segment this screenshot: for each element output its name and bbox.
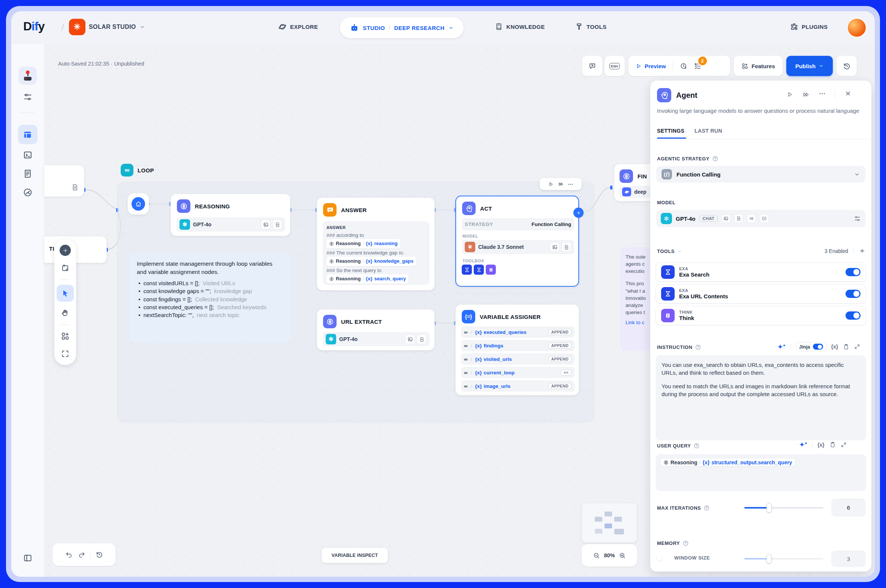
nav-tools[interactable]: TOOLS [575, 22, 606, 31]
instruction-editor[interactable]: You can use exa_search to obtain URLs, e… [655, 355, 866, 440]
note-line: • const executed_queries = []; Searched … [137, 303, 284, 311]
copy-icon[interactable] [829, 441, 836, 448]
more-options-icon[interactable]: ⋯ [568, 181, 574, 187]
variable-pill[interactable]: Reasoning/{x}structured_output.search_qu… [661, 459, 795, 466]
dify-logo[interactable]: Dify [23, 20, 44, 33]
nav-studio[interactable]: STUDIO [363, 25, 385, 31]
assigner-row[interactable]: ∞/{x}current_loop+= [461, 367, 574, 378]
collapse-sidebar-button[interactable] [23, 553, 33, 563]
hand-mode-button[interactable] [59, 307, 72, 319]
pointer-mode-button-active[interactable] [57, 285, 74, 301]
assigner-row[interactable]: ∞/{x}executed_queriesAPPEND [461, 326, 574, 338]
rail-terminal-button[interactable] [22, 150, 33, 160]
panel-run-through-button[interactable] [802, 91, 810, 98]
max-iterations-slider[interactable] [744, 507, 823, 508]
chat-clear-button[interactable] [582, 56, 602, 76]
tool-card-exa-search[interactable]: EXAExa Search [655, 262, 866, 282]
add-note-button[interactable] [59, 262, 72, 274]
zoom-in-icon[interactable] [619, 552, 626, 559]
env-variables-button[interactable]: ENV [604, 56, 625, 76]
assigner-row[interactable]: ∞/{x}image_urlsAPPEND [461, 380, 574, 392]
tab-settings-active[interactable]: SETTINGS [657, 128, 684, 134]
assigner-row[interactable]: ∞/{x}visited_urlsAPPEND [461, 353, 574, 364]
version-history-button[interactable] [837, 56, 857, 76]
expand-icon[interactable] [854, 344, 860, 350]
minimap[interactable] [582, 503, 637, 543]
publish-button[interactable]: Publish [786, 56, 833, 76]
agentic-strategy-select[interactable]: {ƒ} Function Calling [656, 166, 865, 183]
act-model-row[interactable]: ✳ Claude 3.7 Sonnet [462, 240, 574, 254]
variable-pill[interactable]: Reasoning/{x}search_query [327, 274, 409, 284]
variable-pill[interactable]: Reasoning/{x}reasoning [327, 239, 400, 249]
jinja-toggle-group[interactable]: Jinja [796, 342, 826, 351]
assigner-row[interactable]: ∞/{x}findingsAPPEND [461, 340, 574, 351]
user-query-editor[interactable]: Reasoning/{x}structured_output.search_qu… [655, 454, 866, 491]
run-node-icon[interactable] [548, 182, 553, 187]
panel-more-button[interactable]: ⋯ [819, 90, 825, 98]
copy-icon[interactable] [843, 344, 849, 350]
redo-button[interactable] [75, 548, 88, 561]
variable-assigner-node[interactable]: {=} VARIABLE ASSIGNER ∞/{x}executed_quer… [455, 304, 579, 395]
exa-tool-icon[interactable] [462, 265, 472, 275]
url-extract-model-row[interactable]: ✻ GPT-4o [323, 332, 430, 346]
loop-node-header[interactable]: ∞ LOOP [121, 164, 154, 177]
tool-toggle-on[interactable] [846, 290, 861, 298]
undo-icon [65, 551, 73, 558]
run-history-icon[interactable] [680, 62, 688, 70]
tool-card-think[interactable]: THINKThink [655, 306, 866, 325]
nav-explore[interactable]: EXPLORE [278, 22, 318, 31]
loop-note[interactable]: Implement state management through loop … [129, 253, 291, 343]
nav-plugins[interactable]: PLUGINS [790, 22, 828, 31]
features-button[interactable]: Features [734, 56, 783, 76]
variable-pill[interactable]: Reasoning/{x}knowledge_gaps [327, 257, 416, 266]
model-select[interactable]: ✻ GPT-4o CHAT [656, 210, 865, 227]
loop-start-node[interactable] [127, 193, 149, 215]
zoom-level[interactable]: 80% [604, 552, 615, 558]
undo-button[interactable] [63, 548, 75, 561]
rail-orchestrate-button[interactable] [23, 92, 33, 102]
url-extract-node[interactable]: URL EXTRACT ✻ GPT-4o [317, 309, 435, 350]
add-node-button[interactable] [59, 244, 72, 257]
act-node-selected[interactable]: ACT STRATEGY Function Calling MODEL ✳ Cl… [455, 196, 579, 287]
answer-node[interactable]: ANSWER ANSWER ### according to Reasoning… [317, 198, 435, 291]
nav-knowledge[interactable]: KNOWLEDGE [495, 22, 545, 31]
insert-variable-button[interactable]: {x} [817, 442, 825, 448]
max-iterations-value[interactable]: 6 [831, 498, 866, 516]
variable-inspect-button[interactable]: VARIABLE INSPECT [322, 548, 388, 563]
chevron-down-icon[interactable] [448, 25, 454, 31]
tab-last-run[interactable]: LAST RUN [694, 128, 722, 134]
organize-nodes-button[interactable] [59, 330, 72, 342]
rail-logs-button[interactable] [22, 169, 33, 179]
generate-prompt-icon[interactable]: ✦✦ [778, 343, 786, 350]
add-tool-button[interactable] [859, 248, 865, 254]
slider-thumb[interactable] [766, 503, 772, 513]
expand-icon[interactable] [841, 442, 847, 448]
nav-deep-research[interactable]: DEEP RESEARCH [394, 25, 444, 31]
think-tool-icon[interactable] [486, 265, 496, 275]
model-params-icon[interactable] [854, 215, 861, 222]
rail-monitor-button[interactable] [22, 188, 33, 198]
checklist-button[interactable]: 2 [694, 62, 702, 70]
tool-toggle-on[interactable] [846, 268, 861, 276]
zoom-out-icon[interactable] [593, 552, 600, 559]
panel-run-button[interactable] [786, 91, 793, 98]
reasoning-model-row[interactable]: ✻ GPT-4o [177, 218, 285, 232]
add-next-node-button[interactable] [573, 208, 583, 218]
run-through-icon[interactable] [558, 182, 564, 187]
fit-view-button[interactable] [59, 347, 72, 360]
partial-node-left[interactable] [44, 165, 84, 197]
change-history-button[interactable] [93, 548, 106, 561]
preview-button[interactable]: Preview [645, 63, 666, 69]
rail-workflow-button-active[interactable] [18, 125, 37, 144]
workspace-name: SOLAR STUDIO [89, 24, 136, 30]
panel-close-button[interactable]: ✕ [845, 90, 851, 98]
tool-toggle-on[interactable] [846, 311, 861, 320]
app-icon-tile[interactable] [19, 67, 37, 85]
reasoning-node[interactable]: REASONING ✻ GPT-4o [171, 194, 291, 236]
exa-tool-icon[interactable] [474, 265, 484, 275]
tool-card-exa-url-contents[interactable]: EXAExa URL Contents [655, 284, 866, 303]
user-avatar[interactable] [848, 19, 866, 37]
insert-variable-button[interactable]: {x} [831, 344, 838, 350]
generate-prompt-icon[interactable]: ✦✦ [799, 441, 807, 448]
workspace-switcher[interactable]: ✳ SOLAR STUDIO [69, 19, 145, 35]
